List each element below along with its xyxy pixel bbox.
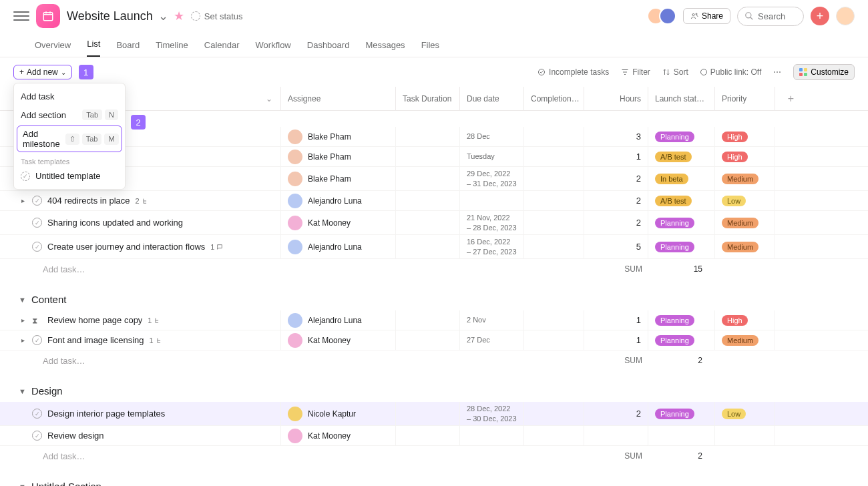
priority-pill[interactable]: High [722,315,748,326]
tab-dashboard[interactable]: Dashboard [307,40,350,57]
status-pill[interactable]: A/B test [655,152,692,162]
hours-value[interactable]: 2 [584,402,648,425]
assignee-name[interactable]: Blake Pham [308,152,351,162]
status-pill[interactable]: In beta [655,174,688,184]
share-button[interactable]: Share [683,8,730,24]
tab-messages[interactable]: Messages [365,40,405,57]
menu-toggle[interactable] [13,8,29,24]
col-hours[interactable]: Hours [584,87,648,110]
table-row[interactable]: ▸ ✓ Font and image licensing 1 Kat Moone… [0,330,868,350]
priority-pill[interactable]: Medium [722,335,758,346]
check-circle-icon[interactable]: ✓ [32,196,42,206]
expand-icon[interactable]: ▸ [19,316,27,324]
status-pill[interactable]: Planning [655,218,694,228]
assignee-name[interactable]: Kat Mooney [308,218,351,228]
star-icon[interactable]: ★ [174,9,184,23]
task-title[interactable]: Create user journey and interaction flow… [47,242,205,252]
due-date[interactable]: 28 Dec [467,132,490,141]
task-title[interactable]: Font and image licensing [47,335,144,345]
hours-value[interactable]: 2 [584,191,648,210]
task-title[interactable]: Review design [47,431,104,441]
add-task-input[interactable]: Add task… [0,446,525,466]
assignee-name[interactable]: Alejandro Luna [308,196,362,206]
col-assignee[interactable]: Assignee [280,87,395,110]
check-circle-icon[interactable]: ✓ [32,218,42,228]
task-title[interactable]: 404 redirects in place [47,196,130,206]
table-row[interactable]: ✓ Review design Kat Mooney [0,426,868,446]
status-pill[interactable]: A/B test [655,196,692,206]
status-pill[interactable]: Planning [655,242,694,252]
set-status[interactable]: Set status [191,11,243,21]
incomplete-tasks-filter[interactable]: Incomplete tasks [537,67,609,77]
user-avatar[interactable] [836,7,855,25]
global-add-button[interactable]: + [811,7,829,25]
due-date[interactable]: 27 Dec [467,335,490,344]
tab-timeline[interactable]: Timeline [156,40,188,57]
public-link-toggle[interactable]: Public link: Off [700,67,761,77]
task-title[interactable]: Review home page copy [47,315,142,325]
member-avatars[interactable] [652,7,676,25]
priority-pill[interactable]: High [722,152,748,162]
project-title[interactable]: Website Launch [67,9,153,23]
check-circle-icon[interactable]: ✓ [32,409,42,419]
table-row[interactable]: ✓ Cookies notice 1 👍 Blake Pham 29 Dec, … [0,167,868,191]
hours-value[interactable]: 2 [584,211,648,234]
hours-value[interactable]: 2 [584,167,648,190]
hours-value[interactable]: 3 [584,127,648,146]
hours-value[interactable]: 1 [584,330,648,350]
section-header[interactable]: ▼Untitled Section [0,474,868,486]
col-add[interactable]: + [775,87,807,110]
tab-calendar[interactable]: Calendar [204,40,240,57]
chevron-down-icon[interactable]: ⌄ [266,94,272,103]
table-row[interactable]: ✓ mkg team Blake Pham 28 Dec 3 Planning … [0,127,868,147]
search-input[interactable]: Search [737,7,804,26]
due-date[interactable]: 28 Dec, 2022– 30 Dec, 2023 [467,404,517,423]
assignee-name[interactable]: Nicole Kaptur [308,409,356,419]
table-row[interactable]: ✓ d Blake Pham Tuesday 1 A/B test High [0,147,868,167]
priority-pill[interactable]: Medium [722,218,758,228]
status-pill[interactable]: Planning [655,315,694,326]
status-pill[interactable]: Planning [655,132,694,142]
assignee-name[interactable]: Kat Mooney [308,431,351,441]
task-title[interactable]: Sharing icons updated and working [47,218,183,228]
tab-files[interactable]: Files [421,40,439,57]
dd-untitled-template[interactable]: ✓ Untitled template [14,167,125,185]
due-date[interactable]: 21 Nov, 2022– 28 Dec, 2023 [467,213,517,232]
table-row[interactable]: ✓ Sharing icons updated and working Kat … [0,211,868,235]
add-new-button[interactable]: + Add new ⌄ [13,65,72,79]
check-circle-icon[interactable]: ✓ [32,242,42,252]
check-circle-icon[interactable]: ✓ [32,335,42,345]
priority-pill[interactable]: Medium [722,242,758,252]
tab-overview[interactable]: Overview [35,40,71,57]
section-header[interactable]: ▼Content [0,287,868,310]
task-title[interactable]: Design interior page templates [47,409,165,419]
due-date[interactable]: 16 Dec, 2022– 27 Dec, 2023 [467,237,517,256]
dd-add-section[interactable]: Add section Tab N [14,105,125,124]
assignee-name[interactable]: Alejandro Luna [308,242,362,252]
col-priority[interactable]: Priority [714,87,775,110]
sort-button[interactable]: Sort [662,67,688,77]
table-row[interactable]: ▸ ⧗ Review home page copy 1 Alejandro Lu… [0,310,868,330]
hours-value[interactable]: 1 [584,147,648,166]
more-options[interactable]: ⋯ [773,67,781,77]
hours-value[interactable]: 5 [584,235,648,258]
col-duration[interactable]: Task Duration [395,87,459,110]
status-pill[interactable]: Planning [655,409,694,419]
assignee-name[interactable]: Alejandro Luna [308,316,362,325]
tab-list[interactable]: List [87,39,100,57]
add-task-input[interactable]: Add task… [0,259,525,279]
hours-value[interactable]: 1 [584,310,648,330]
priority-pill[interactable]: Low [722,409,746,419]
tab-board[interactable]: Board [116,40,140,57]
assignee-name[interactable]: Kat Mooney [308,336,351,345]
priority-pill[interactable]: High [722,132,748,142]
hours-value[interactable] [584,426,648,445]
due-date[interactable]: 29 Dec, 2022– 31 Dec, 2023 [467,169,517,188]
table-row[interactable]: ✓ Design interior page templates Nicole … [0,402,868,426]
assignee-name[interactable]: Blake Pham [308,132,351,142]
priority-pill[interactable]: Medium [722,174,758,184]
table-row[interactable]: ▸ ✓ 404 redirects in place 2 Alejandro L… [0,191,868,211]
dd-add-milestone[interactable]: Add milestone ⇧ Tab M [17,126,122,152]
expand-icon[interactable]: ▸ [19,336,27,344]
col-completion[interactable]: Completion… [523,87,584,110]
